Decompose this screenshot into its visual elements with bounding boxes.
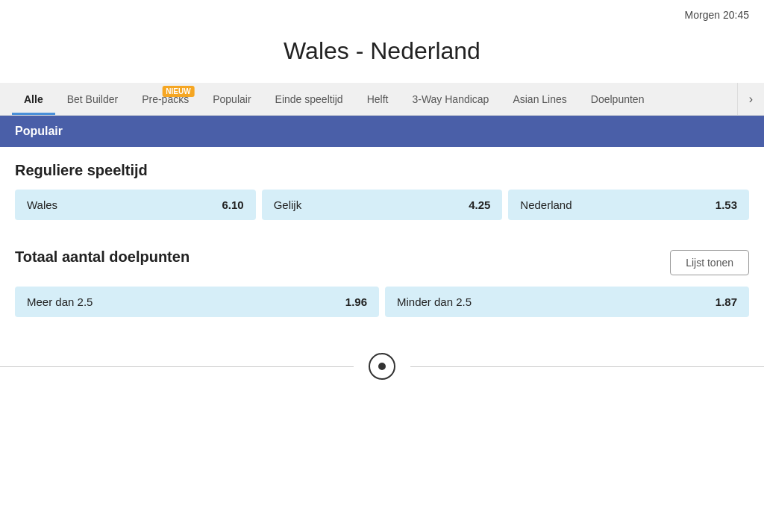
bet-gelijk-odds: 4.25 <box>469 198 490 211</box>
bet-minder-odds: 1.87 <box>716 295 737 308</box>
tab-3way-handicap[interactable]: 3-Way Handicap <box>400 83 501 115</box>
bet-row-doelpunten: Meer dan 2.5 1.96 Minder dan 2.5 1.87 <box>15 287 749 317</box>
scroll-divider <box>0 338 764 395</box>
bet-nederland-odds: 1.53 <box>716 198 737 211</box>
bet-minder-dan[interactable]: Minder dan 2.5 1.87 <box>385 287 749 317</box>
bet-nederland-label: Nederland <box>520 198 572 211</box>
bet-meer-label: Meer dan 2.5 <box>27 295 93 308</box>
scroll-indicator[interactable] <box>369 353 395 380</box>
tab-asian-lines[interactable]: Asian Lines <box>501 83 578 115</box>
tab-pre-packs[interactable]: NIEUW Pre-packs <box>130 83 201 115</box>
bet-row-1x2: Wales 6.10 Gelijk 4.25 Nederland 1.53 <box>15 190 749 220</box>
tab-scroll-right[interactable]: › <box>737 83 764 115</box>
tabs-wrapper: Alle Bet Builder NIEUW Pre-packs Populai… <box>0 83 764 116</box>
section-header: Populair <box>0 116 764 147</box>
bet-minder-label: Minder dan 2.5 <box>397 295 472 308</box>
lijst-tonen-button[interactable]: Lijst tonen <box>670 250 749 275</box>
match-title: Wales - Nederland <box>0 24 764 83</box>
tab-doelpunten[interactable]: Doelpunten <box>579 83 657 115</box>
bet-meer-odds: 1.96 <box>345 295 367 308</box>
tab-alle[interactable]: Alle <box>12 83 55 115</box>
tabs-container: Alle Bet Builder NIEUW Pre-packs Populai… <box>0 83 764 115</box>
bet-wales[interactable]: Wales 6.10 <box>15 190 256 220</box>
header-time-bar: Morgen 20:45 <box>0 0 764 24</box>
bet-wales-label: Wales <box>27 198 57 211</box>
nieuw-badge: NIEUW <box>162 86 194 97</box>
bet-wales-odds: 6.10 <box>222 198 243 211</box>
match-time: Morgen 20:45 <box>0 0 764 24</box>
subsection-title-doelpunten: Totaal aantal doelpunten <box>15 248 190 266</box>
divider-left <box>0 366 354 367</box>
tab-einde-speeltijd[interactable]: Einde speeltijd <box>263 83 355 115</box>
tab-helft[interactable]: Helft <box>355 83 401 115</box>
subsection-totaal-doelpunten: Totaal aantal doelpunten Lijst tonen Mee… <box>0 234 764 331</box>
divider-right <box>410 366 764 367</box>
subsection-reguliere-speeltijd: Reguliere speeltijd Wales 6.10 Gelijk 4.… <box>0 147 764 234</box>
tab-populair[interactable]: Populair <box>201 83 263 115</box>
bet-gelijk[interactable]: Gelijk 4.25 <box>262 190 503 220</box>
scroll-dot <box>378 363 386 370</box>
content-area: Populair Reguliere speeltijd Wales 6.10 … <box>0 116 764 395</box>
bet-nederland[interactable]: Nederland 1.53 <box>508 190 749 220</box>
bet-gelijk-label: Gelijk <box>274 198 302 211</box>
subsection-title-reguliere: Reguliere speeltijd <box>15 162 749 179</box>
tab-bet-builder[interactable]: Bet Builder <box>55 83 130 115</box>
bet-meer-dan[interactable]: Meer dan 2.5 1.96 <box>15 287 379 317</box>
subsection-header-row: Totaal aantal doelpunten Lijst tonen <box>15 248 749 276</box>
